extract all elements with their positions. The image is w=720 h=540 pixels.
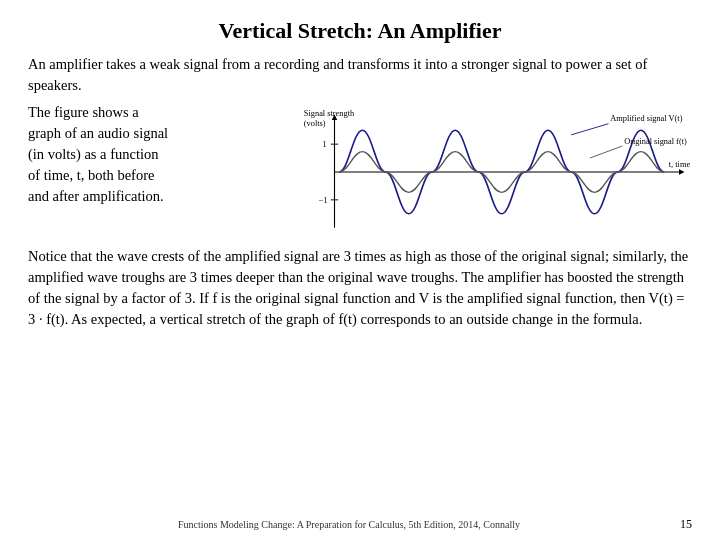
- left-text-line4: of time, t, both before: [28, 167, 154, 183]
- svg-line-10: [571, 124, 608, 135]
- page-title: Vertical Stretch: An Amplifier: [28, 18, 692, 44]
- svg-marker-9: [679, 169, 685, 175]
- svg-text:−1: −1: [319, 196, 328, 205]
- svg-text:t, time: t, time: [669, 160, 691, 169]
- intro-paragraph: An amplifier takes a weak signal from a …: [28, 54, 692, 96]
- signal-graph: Signal strength (volts) 1 −1: [302, 102, 692, 242]
- footer-citation: Functions Modeling Change: A Preparation…: [28, 519, 670, 530]
- left-description: The figure shows a graph of an audio sig…: [28, 102, 298, 207]
- page-number: 15: [680, 517, 692, 532]
- footer: Functions Modeling Change: A Preparation…: [0, 517, 720, 532]
- svg-text:(volts): (volts): [304, 119, 326, 128]
- graph-area: Signal strength (volts) 1 −1: [302, 102, 692, 242]
- page: Vertical Stretch: An Amplifier An amplif…: [0, 0, 720, 540]
- svg-text:1: 1: [322, 140, 326, 149]
- middle-section: The figure shows a graph of an audio sig…: [28, 102, 692, 242]
- left-text-line5: and after amplification.: [28, 188, 164, 204]
- body-paragraph: Notice that the wave crests of the ampli…: [28, 246, 692, 330]
- svg-line-12: [590, 146, 623, 158]
- left-text-line2: graph of an audio signal: [28, 125, 168, 141]
- svg-text:Amplified signal V(t): Amplified signal V(t): [610, 114, 682, 123]
- svg-text:Signal strength: Signal strength: [304, 109, 355, 118]
- left-text-line3: (in volts) as a function: [28, 146, 158, 162]
- left-text-line1: The figure shows a: [28, 104, 139, 120]
- svg-text:Original signal f(t): Original signal f(t): [624, 137, 687, 146]
